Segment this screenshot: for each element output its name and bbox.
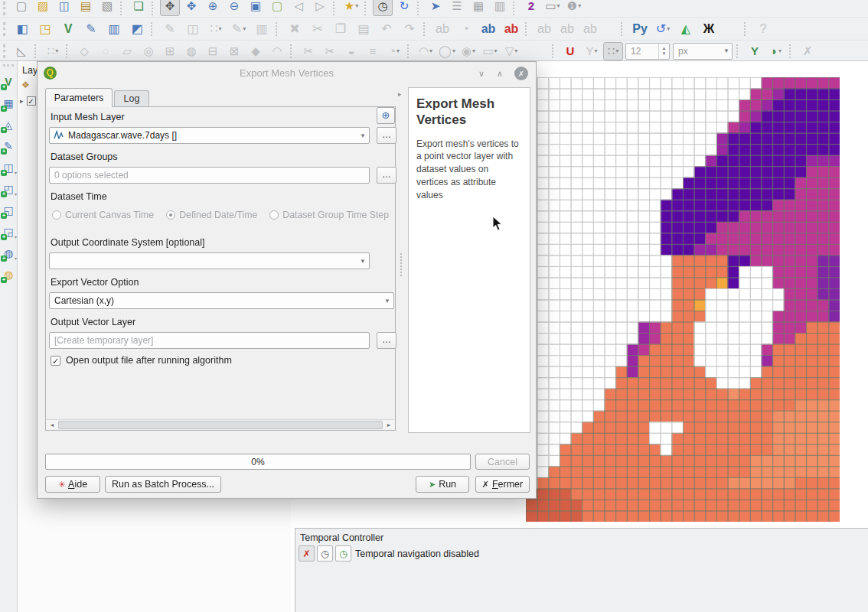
new-spatial-bookmark[interactable]: ★▾ <box>341 0 361 16</box>
add-postgis-layer[interactable]: ◫+▾ <box>1 158 16 177</box>
decorations[interactable]: 2 <box>521 0 541 16</box>
show-attribute-table[interactable]: ▦ <box>468 0 488 16</box>
close-window-button[interactable]: ✗ <box>514 67 528 80</box>
zoom-out[interactable]: ⊖ <box>224 0 244 16</box>
splitter-handle[interactable] <box>400 253 403 276</box>
add-wms-layer[interactable]: ◍+▾ <box>1 244 16 262</box>
input-mesh-layer-combo[interactable]: Madagascar.wave.7days [] ▼ <box>49 127 370 144</box>
add-oracle-layer[interactable]: ◲+▾ <box>1 223 16 241</box>
tracing-options[interactable]: ∷▾ <box>603 42 623 60</box>
output-vector-layer-field[interactable]: [Create temporary layer] <box>49 332 370 349</box>
zoom-full[interactable]: ▣ <box>246 0 266 16</box>
temporal-navigation-off[interactable]: ✗ <box>299 545 315 562</box>
cad-tools[interactable]: ◺ <box>11 42 31 60</box>
open-data-source-manager[interactable]: ◧ <box>11 19 33 39</box>
output-crs-combo[interactable]: ▼ <box>49 252 370 269</box>
project-open[interactable]: ▨ <box>33 0 53 16</box>
run-as-batch-button[interactable]: Run as Batch Process... <box>105 476 221 493</box>
python-console[interactable]: Py <box>629 19 651 39</box>
temporal-animated[interactable]: ◷ <box>335 545 351 562</box>
dataset-groups-field[interactable]: 0 options selected <box>49 167 370 184</box>
zoom-to-selection-icon: ▢ <box>272 0 282 11</box>
project-new[interactable]: ▢ <box>11 0 31 16</box>
toolbar-separator <box>152 2 157 15</box>
avoid-overlap[interactable]: ◗▾ <box>766 42 786 60</box>
enable-snapping[interactable]: U <box>560 42 580 60</box>
statistical-summary[interactable]: ☰ <box>447 0 467 16</box>
layers-tree-row[interactable]: ▸ ✓ <box>20 96 36 106</box>
refresh-map[interactable]: ↻ <box>394 0 414 16</box>
select-crs-button[interactable]: ⊕ <box>377 107 395 124</box>
export-vector-option-combo[interactable]: Cartesian (x,y) ▼ <box>49 292 394 309</box>
topological-editing[interactable]: Y <box>745 42 765 60</box>
zoom-in[interactable]: ⊕ <box>203 0 223 16</box>
layers-filter-icon[interactable]: ❖ <box>21 80 30 90</box>
zoom-last[interactable]: ◁ <box>289 0 308 16</box>
processing-history[interactable]: ↺▾ <box>652 19 674 39</box>
input-mesh-layer-browse-button[interactable]: … <box>377 127 396 144</box>
zoom-next[interactable]: ▷ <box>310 0 330 16</box>
add-raster-layer[interactable]: ▦+ <box>1 94 16 112</box>
help-panel-collapse-arrow[interactable]: ▸ <box>398 90 402 98</box>
tree-expander-icon[interactable]: ▸ <box>20 97 24 105</box>
pan-map[interactable]: ✥ <box>160 0 180 16</box>
add-ring: ◎ <box>139 42 158 60</box>
add-vector-layer[interactable]: V+ <box>1 73 16 91</box>
open-data-source-manager-icon: ◧ <box>16 23 28 35</box>
measure-line[interactable]: ▭▾ <box>543 0 563 16</box>
add-spatialite-layer[interactable]: ◰+▾ <box>1 180 16 198</box>
open-output-file-checkbox[interactable]: ✓ <box>51 356 60 366</box>
new-geopackage-layer[interactable]: ◳ <box>34 19 56 39</box>
style-manager[interactable]: ❏ <box>129 0 148 16</box>
show-layout-manager[interactable]: ▧ <box>97 0 117 16</box>
spinner-arrows-icon[interactable]: ▲▼ <box>658 44 669 59</box>
shape-digitize-circle: ◯▾ <box>437 42 457 60</box>
open-field-calculator[interactable]: ▥ <box>490 0 510 16</box>
help-button[interactable]: ✳ Aide <box>45 476 100 493</box>
dataset-groups-browse-button[interactable]: … <box>377 167 396 184</box>
pin-labels[interactable]: ab <box>478 19 499 39</box>
tab-parameters[interactable]: Parameters <box>45 88 113 107</box>
scroll-left-arrow-icon[interactable]: ◂ <box>47 422 57 428</box>
layer-visibility-checkbox[interactable]: ✓ <box>27 96 36 106</box>
new-spatialite-layer[interactable]: ✎ <box>80 19 102 39</box>
pan-to-selection[interactable]: ✥ <box>181 0 201 16</box>
scrollbar-thumb[interactable] <box>58 421 383 429</box>
new-temporary-scratch-layer[interactable]: ▥ <box>103 19 125 39</box>
toolbar-grip[interactable] <box>3 22 8 36</box>
first-aid-debug[interactable]: Ж <box>698 19 720 39</box>
map-tips[interactable]: ❶▾ <box>564 0 584 16</box>
toolbar-grip[interactable] <box>3 2 8 15</box>
snap-unit-combo[interactable]: px▼ <box>673 43 733 60</box>
temporal-controller-panel[interactable]: ◷ <box>373 0 393 16</box>
zoom-to-selection[interactable]: ▢ <box>267 0 287 16</box>
add-delimited-text-layer[interactable]: ✎+ <box>1 137 16 155</box>
add-plus-badge-icon: + <box>1 234 7 240</box>
merge-features: ◒ <box>341 42 361 60</box>
project-save[interactable]: ◫ <box>54 0 74 16</box>
snap-tolerance-spin[interactable]: 12▲▼ <box>625 43 670 60</box>
saga-next-gen[interactable]: ◭ <box>675 19 697 39</box>
refresh-map-icon: ↻ <box>400 0 410 11</box>
dialog-titlebar[interactable]: Q Export Mesh Vertices ∨ ∧ ✗ <box>38 62 536 85</box>
horizontal-scrollbar[interactable]: ◂ ▸ <box>47 419 394 429</box>
deselect-all: ✗ <box>798 42 817 60</box>
highlight-pinned-labels[interactable]: ab <box>501 19 522 39</box>
add-mssql-layer[interactable]: ◱+ <box>1 201 16 220</box>
output-vector-layer-browse-button[interactable]: … <box>377 332 396 349</box>
new-print-layout[interactable]: ▤ <box>76 0 96 16</box>
toolbar-grip[interactable] <box>3 44 8 58</box>
identify-features[interactable]: ➤ <box>426 0 445 16</box>
tab-log[interactable]: Log <box>114 90 149 107</box>
add-mesh-layer[interactable]: ◬+ <box>1 116 16 134</box>
close-button[interactable]: ✗ Fermer <box>475 476 530 493</box>
add-xyz-layer[interactable]: ◍+ <box>1 265 16 284</box>
new-shapefile-layer[interactable]: V <box>57 19 79 39</box>
temporal-fixed-range[interactable]: ◷ <box>317 545 333 562</box>
run-button[interactable]: ➤ Run <box>416 476 469 493</box>
scroll-right-arrow-icon[interactable]: ▸ <box>383 422 394 428</box>
unshade-window-button[interactable]: ∧ <box>493 67 507 80</box>
new-virtual-layer[interactable]: ◩ <box>126 19 148 39</box>
shade-window-button[interactable]: ∨ <box>475 67 488 80</box>
zoom-in-icon: ⊕ <box>208 0 218 11</box>
